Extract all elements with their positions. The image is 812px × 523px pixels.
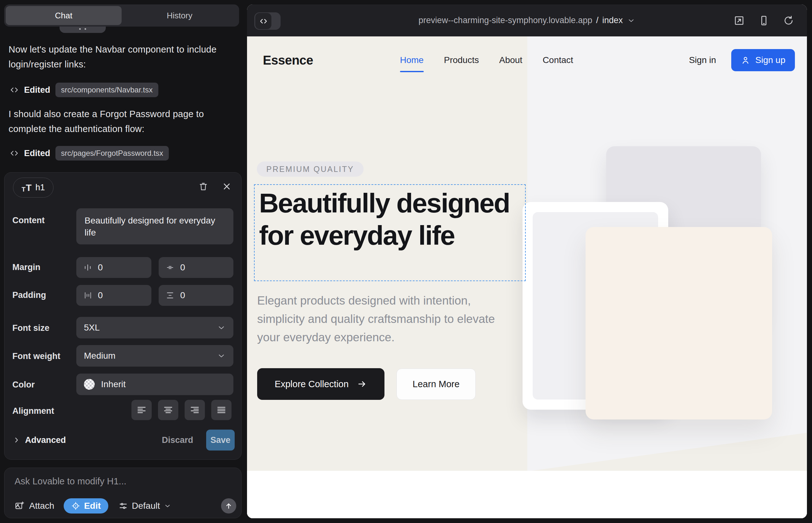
text-size-icon: TT [21,183,32,193]
app-root: Chat History Now let's update the Navbar… [0,0,812,523]
color-value: Inherit [101,379,126,390]
chevron-down-icon [164,502,171,510]
alignment-label: Alignment [12,406,54,416]
margin-horizontal-icon [83,263,92,272]
content-input[interactable]: Beautifully designed for everyday life [76,208,233,245]
align-center-button[interactable] [158,400,178,420]
model-default-select[interactable]: Default [119,501,171,511]
preview-actions [734,4,794,36]
padding-horizontal-icon [83,291,92,300]
font-size-label: Font size [12,323,49,333]
site-navbar: Essence Home Products About Contact Sign… [247,36,807,84]
element-editor-panel: TT h1 Content Beautifully designed for e… [4,172,242,460]
preview-panel: preview--charming-site-symphony.lovable.… [247,4,807,518]
composer-input[interactable]: Ask Lovable to modify H1... [15,476,126,487]
next-section-background [247,471,807,518]
color-swatch [84,379,95,390]
hero-section: Essence Home Products About Contact Sign… [247,36,807,471]
decorative-card-cream [586,227,772,419]
arrow-right-icon [357,379,367,389]
content-label: Content [12,216,45,226]
delete-element-button[interactable] [198,181,208,192]
composer-toolbar: Attach Edit Default [15,498,236,513]
edited-label: Edited [24,148,50,158]
nav-link-contact[interactable]: Contact [543,55,573,65]
font-weight-select[interactable]: Medium [76,345,233,366]
edited-file-row: Edited src/pages/ForgotPassword.tsx [10,146,169,161]
preview-url-page: index [602,16,623,25]
learn-more-button[interactable]: Learn More [396,368,476,400]
preview-url-host: preview--charming-site-symphony.lovable.… [419,16,593,25]
sign-up-button[interactable]: Sign up [731,49,795,71]
hero-cta-row: Explore Collection Learn More [257,368,476,400]
padding-y-input[interactable]: 0 [159,285,233,306]
margin-y-value: 0 [180,263,185,273]
attach-button[interactable]: Attach [15,501,54,511]
file-badge[interactable]: src/components/Navbar.tsx [55,83,158,97]
premium-quality-badge: PREMIUM QUALITY [257,161,364,177]
chat-sidebar: Chat History Now let's update the Navbar… [0,0,246,523]
chevron-down-icon [627,16,635,25]
nav-link-products[interactable]: Products [444,55,479,65]
padding-label: Padding [12,290,46,300]
user-icon [741,55,750,65]
explore-collection-button[interactable]: Explore Collection [257,368,385,400]
send-button[interactable] [221,498,236,513]
tab-history[interactable]: History [122,6,237,25]
preview-url-bar[interactable]: preview--charming-site-symphony.lovable.… [247,4,807,36]
default-label: Default [132,501,160,511]
font-size-select[interactable]: 5XL [76,317,233,339]
site-logo[interactable]: Essence [263,36,313,84]
color-select[interactable]: Inherit [76,374,233,395]
margin-label: Margin [12,263,40,272]
url-separator: / [596,16,599,25]
open-in-new-window-button[interactable] [734,15,745,26]
edited-file-row: Edited src/components/Navbar.tsx [10,83,158,97]
align-right-button[interactable] [184,400,205,420]
site-viewport: Essence Home Products About Contact Sign… [247,36,807,518]
font-weight-value: Medium [84,351,116,361]
hero-heading[interactable]: Beautifully designed for everyday life [259,187,522,251]
nav-link-home[interactable]: Home [400,55,424,65]
margin-y-input[interactable]: 0 [159,257,233,278]
explore-collection-label: Explore Collection [275,379,349,390]
sliders-icon [119,501,128,511]
nav-link-about[interactable]: About [499,55,522,65]
close-editor-button[interactable] [222,181,232,192]
padding-x-input[interactable]: 0 [76,285,152,306]
tab-chat[interactable]: Chat [6,6,122,25]
padding-x-value: 0 [98,290,103,301]
edit-mode-button[interactable]: Edit [64,498,108,513]
padding-y-value: 0 [180,290,185,301]
edit-label: Edit [84,501,101,511]
chevron-right-icon [12,436,21,444]
align-justify-button[interactable] [211,400,231,420]
preview-topbar: preview--charming-site-symphony.lovable.… [247,4,807,36]
mobile-view-button[interactable] [758,15,770,26]
chevron-down-icon [217,323,226,332]
save-button[interactable]: Save [206,430,235,451]
margin-vertical-icon [166,263,175,272]
assistant-message: Now let's update the Navbar component to… [8,42,232,72]
margin-x-input[interactable]: 0 [76,257,152,278]
assistant-message: I should also create a Forgot Password p… [8,107,232,137]
advanced-toggle[interactable]: Advanced [12,433,66,447]
refresh-button[interactable] [783,15,794,26]
collapsed-message-pill[interactable] [59,26,106,33]
align-left-button[interactable] [131,400,152,420]
code-icon [10,85,19,95]
target-icon [71,502,80,510]
font-weight-label: Font weight [12,351,60,361]
chevron-down-icon [217,351,226,360]
font-size-value: 5XL [84,323,100,333]
discard-button[interactable]: Discard [162,433,193,447]
attach-image-icon [15,501,25,511]
element-tag-chip: TT h1 [13,178,54,198]
hero-paragraph: Elegant products designed with intention… [257,292,511,347]
advanced-label: Advanced [25,435,66,445]
file-badge[interactable]: src/pages/ForgotPassword.tsx [55,146,169,161]
sign-in-link[interactable]: Sign in [689,55,716,65]
color-label: Color [12,380,35,390]
site-auth-actions: Sign in Sign up [689,36,795,84]
h1-selection-outline[interactable]: Beautifully designed for everyday life [254,184,526,281]
